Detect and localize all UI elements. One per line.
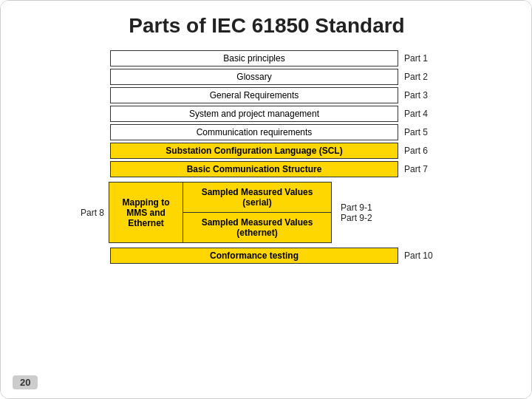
part9-part-label: Part 9-1 bbox=[341, 202, 372, 213]
slide: Parts of IEC 61850 Standard Basic princi… bbox=[1, 1, 532, 399]
part-box: Substation Configuration Language (SCL) bbox=[110, 143, 398, 159]
page-number: 20 bbox=[13, 375, 38, 389]
part-box: System and project management bbox=[110, 106, 398, 122]
part-row: Communication requirementsPart 5 bbox=[67, 124, 441, 140]
part8-row: Part 8 Mapping to MMS and Ethernet Sampl… bbox=[67, 182, 372, 243]
part9-box: Sampled Measured Values (serial) bbox=[183, 183, 331, 213]
part-box: Communication requirements bbox=[110, 124, 398, 140]
diagram: Basic principlesPart 1GlossaryPart 2Gene… bbox=[67, 48, 511, 386]
part-label: Part 7 bbox=[404, 164, 441, 174]
part-label: Part 5 bbox=[404, 127, 441, 137]
slide-title: Parts of IEC 61850 Standard bbox=[23, 14, 511, 38]
conformance-box: Conformance testing bbox=[110, 248, 398, 264]
part-row: Basic Communication StructurePart 7 bbox=[67, 161, 441, 177]
part-label: Part 1 bbox=[404, 53, 441, 64]
part-row: Substation Configuration Language (SCL)P… bbox=[67, 143, 441, 159]
part-label: Part 3 bbox=[404, 90, 441, 100]
conformance-row: Conformance testing Part 10 bbox=[67, 248, 441, 264]
part8-inner: Mapping to MMS and Ethernet Sampled Meas… bbox=[109, 182, 332, 243]
part-box: Glossary bbox=[110, 69, 398, 85]
conformance-part: Part 10 bbox=[404, 250, 441, 261]
part-row: Basic principlesPart 1 bbox=[67, 50, 441, 66]
part8-left-label: Part 8 bbox=[67, 208, 104, 218]
part9-part-label: Part 9-2 bbox=[341, 213, 372, 223]
part8-mapping-label: Mapping to MMS and Ethernet bbox=[109, 183, 183, 242]
part-box: Basic principles bbox=[110, 50, 398, 66]
part-row: GlossaryPart 2 bbox=[67, 69, 441, 85]
part-label: Part 2 bbox=[404, 72, 441, 82]
part8-right-col: Sampled Measured Values (serial)Sampled … bbox=[183, 183, 331, 242]
part-box: Basic Communication Structure bbox=[110, 161, 398, 177]
part9-labels: Part 9-1Part 9-2 bbox=[336, 202, 372, 223]
part-label: Part 4 bbox=[404, 109, 441, 119]
part-row: General RequirementsPart 3 bbox=[67, 87, 441, 103]
part9-box: Sampled Measured Values (ethernet) bbox=[183, 213, 331, 242]
part-label: Part 6 bbox=[404, 146, 441, 156]
part-row: System and project managementPart 4 bbox=[67, 106, 441, 122]
part-box: General Requirements bbox=[110, 87, 398, 103]
